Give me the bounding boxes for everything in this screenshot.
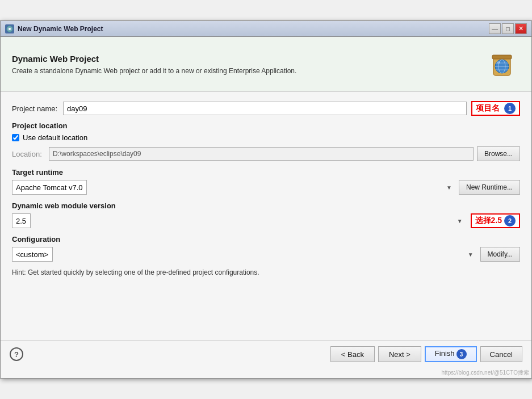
back-button[interactable]: < Back xyxy=(330,346,375,362)
maximize-button[interactable]: □ xyxy=(502,23,514,34)
svg-point-1 xyxy=(9,28,11,30)
header-icon xyxy=(484,46,520,82)
browse-button[interactable]: Browse... xyxy=(477,146,520,161)
configuration-row: <custom> Modify... xyxy=(12,247,520,262)
configuration-dropdown-wrapper: <custom> xyxy=(12,247,477,262)
target-runtime-section-title: Target runtime xyxy=(12,168,520,177)
annotation-1-box: 项目名 1 xyxy=(471,101,520,116)
cancel-button[interactable]: Cancel xyxy=(480,346,522,362)
project-name-input[interactable] xyxy=(63,102,467,115)
hint-text: Hint: Get started quickly by selecting o… xyxy=(12,268,520,276)
new-runtime-button[interactable]: New Runtime... xyxy=(459,180,520,195)
location-label: Location: xyxy=(12,150,49,158)
window-controls: — □ ✕ xyxy=(489,23,527,34)
target-runtime-dropdown[interactable]: Apache Tomcat v7.0 xyxy=(12,180,87,195)
window-icon xyxy=(5,24,14,33)
annotation-2-box: 选择2.5 2 xyxy=(471,213,520,228)
use-default-label: Use default location xyxy=(23,133,87,142)
svg-rect-3 xyxy=(492,55,512,59)
header-description: Create a standalone Dynamic Web project … xyxy=(12,67,296,75)
watermark: https://blog.csdn.net/@51CTO搜索 xyxy=(1,368,531,378)
annotation-2-text: 选择2.5 xyxy=(475,216,502,226)
footer-buttons: < Back Next > Finish3 Cancel xyxy=(330,346,522,362)
help-icon: ? xyxy=(14,350,19,359)
header-section: Dynamic Web Project Create a standalone … xyxy=(1,37,531,92)
target-runtime-dropdown-wrapper: Apache Tomcat v7.0 xyxy=(12,180,455,195)
header-text: Dynamic Web Project Create a standalone … xyxy=(12,54,296,75)
target-runtime-row: Apache Tomcat v7.0 New Runtime... xyxy=(12,180,520,195)
location-row: Location: Browse... xyxy=(12,146,520,161)
minimize-button[interactable]: — xyxy=(489,23,501,34)
help-button[interactable]: ? xyxy=(10,347,23,361)
finish-label: Finish xyxy=(435,349,455,358)
form-content: Project name: 项目名 1 Project location Use… xyxy=(1,92,531,295)
annotation-1-text: 项目名 xyxy=(476,103,500,112)
annotation-2-circle: 2 xyxy=(504,215,516,226)
use-default-checkbox[interactable] xyxy=(12,134,19,141)
header-title: Dynamic Web Project xyxy=(12,54,296,64)
use-default-row: Use default location xyxy=(12,133,520,142)
title-bar: New Dynamic Web Project — □ ✕ xyxy=(1,21,531,37)
web-module-row: 2.5 3.0 3.1 选择2.5 2 xyxy=(12,213,520,228)
annotation-1-circle: 1 xyxy=(504,103,516,114)
close-button[interactable]: ✕ xyxy=(515,23,527,34)
dialog-window: New Dynamic Web Project — □ ✕ Dynamic We… xyxy=(0,20,532,379)
project-name-row: Project name: 项目名 1 xyxy=(12,101,520,116)
empty-area xyxy=(1,295,531,340)
finish-circle: 3 xyxy=(456,349,467,359)
svg-point-9 xyxy=(497,61,500,64)
project-location-section-title: Project location xyxy=(12,121,520,130)
web-module-dropdown-wrapper: 2.5 3.0 3.1 xyxy=(12,213,466,228)
location-input[interactable] xyxy=(49,147,474,161)
web-project-icon xyxy=(488,49,516,80)
project-name-label: Project name: xyxy=(12,104,63,113)
footer: ? < Back Next > Finish3 Cancel xyxy=(1,340,531,368)
next-button[interactable]: Next > xyxy=(378,346,421,362)
configuration-section-title: Configuration xyxy=(12,235,520,243)
window-title: New Dynamic Web Project xyxy=(18,25,489,33)
web-module-dropdown[interactable]: 2.5 3.0 3.1 xyxy=(12,213,31,228)
configuration-dropdown[interactable]: <custom> xyxy=(12,247,53,262)
finish-button[interactable]: Finish3 xyxy=(425,346,477,362)
web-module-section-title: Dynamic web module version xyxy=(12,201,520,210)
modify-button[interactable]: Modify... xyxy=(480,247,520,262)
